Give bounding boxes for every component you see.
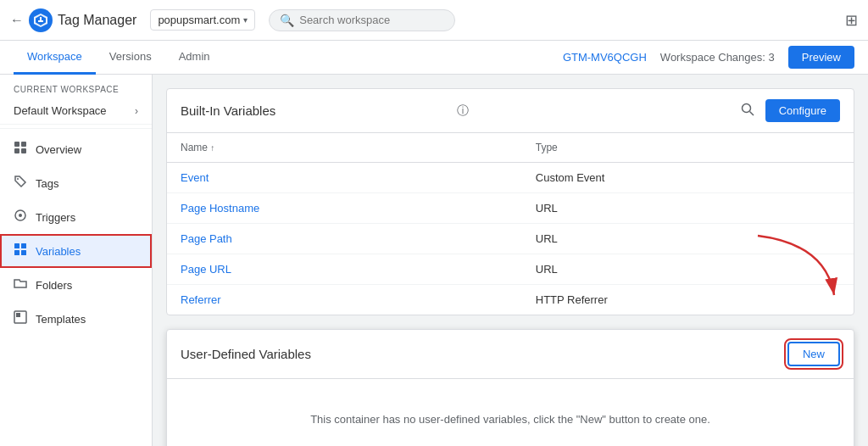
builtin-variables-section: Built-In Variables ⓘ Configure Name	[166, 88, 854, 315]
variable-name-cell: Referrer	[167, 285, 522, 315]
app-name-label: Tag Manager	[58, 13, 136, 28]
tab-admin[interactable]: Admin	[165, 41, 224, 75]
workspace-changes-label: Workspace Changes: 3	[660, 51, 775, 64]
svg-rect-1	[38, 20, 43, 22]
table-row: Event Custom Event	[167, 163, 854, 193]
search-bar[interactable]: 🔍	[269, 9, 455, 31]
gtm-logo-icon	[29, 8, 53, 32]
domain-selector[interactable]: popupsmart.com ▾	[150, 9, 255, 31]
sidebar-item-overview-label: Overview	[36, 143, 81, 156]
variable-name-cell: Event	[167, 163, 522, 193]
sidebar-item-folders-label: Folders	[36, 279, 72, 292]
templates-icon	[14, 310, 27, 327]
sidebar-item-triggers[interactable]: Triggers	[0, 200, 152, 234]
grid-icon[interactable]: ⊞	[845, 11, 858, 30]
variable-type-cell: URL	[522, 193, 854, 224]
builtin-variables-title: Built-In Variables	[181, 103, 452, 118]
udf-header: User-Defined Variables New	[167, 330, 854, 379]
new-variable-button[interactable]: New	[787, 342, 840, 366]
variable-name-link[interactable]: Referrer	[181, 293, 221, 306]
svg-point-15	[742, 103, 750, 112]
variable-type-cell: URL	[522, 224, 854, 254]
tab-workspace[interactable]: Workspace	[14, 41, 96, 75]
table-row: Page Path URL	[167, 224, 854, 254]
svg-rect-3	[21, 142, 26, 147]
main-layout: CURRENT WORKSPACE Default Workspace › Ov…	[0, 75, 868, 446]
type-column-header: Type	[522, 133, 854, 163]
tab-versions[interactable]: Versions	[96, 41, 165, 75]
search-icon: 🔍	[280, 14, 294, 27]
preview-button[interactable]: Preview	[788, 46, 854, 69]
variable-type-cell: Custom Event	[522, 163, 854, 193]
gtm-id-label: GTM-MV6QCGH	[563, 51, 647, 64]
triggers-icon	[14, 209, 27, 226]
variable-name-cell: Page Path	[167, 224, 522, 254]
workspace-selector[interactable]: Default Workspace ›	[0, 98, 152, 125]
user-defined-variables-section: User-Defined Variables New This containe…	[166, 329, 854, 446]
folders-icon	[14, 276, 27, 293]
variable-name-link[interactable]: Event	[181, 171, 209, 184]
udf-empty-message: This container has no user-defined varia…	[167, 379, 854, 446]
svg-rect-14	[16, 313, 20, 317]
svg-rect-10	[21, 243, 26, 248]
svg-point-8	[19, 214, 22, 217]
svg-rect-11	[14, 250, 19, 255]
content-wrapper: Built-In Variables ⓘ Configure Name	[153, 75, 868, 446]
svg-rect-12	[21, 250, 26, 255]
workspace-label: CURRENT WORKSPACE	[0, 75, 152, 98]
table-row: Referrer HTTP Referrer	[167, 285, 854, 315]
workspace-chevron-icon: ›	[135, 105, 138, 117]
svg-rect-4	[14, 148, 19, 153]
variable-name-link[interactable]: Page URL	[181, 263, 231, 276]
builtin-variables-table: Name ↑ Type Event Custom Event Page Host…	[167, 133, 854, 315]
sidebar-item-overview[interactable]: Overview	[0, 132, 152, 166]
domain-chevron-icon: ▾	[243, 15, 248, 25]
svg-rect-5	[21, 148, 26, 153]
variable-name-cell: Page Hostname	[167, 193, 522, 224]
table-row: Page Hostname URL	[167, 193, 854, 224]
domain-label: popupsmart.com	[158, 14, 240, 26]
sidebar-item-tags[interactable]: Tags	[0, 166, 152, 200]
udf-title: User-Defined Variables	[181, 347, 787, 361]
top-bar: ← Tag Manager popupsmart.com ▾ 🔍 ⊞	[0, 0, 868, 41]
table-row: Page URL URL	[167, 254, 854, 285]
tags-icon	[14, 175, 27, 192]
variable-type-cell: URL	[522, 254, 854, 285]
workspace-name-label: Default Workspace	[14, 104, 107, 117]
sidebar-item-tags-label: Tags	[36, 177, 58, 190]
name-column-header: Name ↑	[167, 133, 522, 163]
builtin-variables-header: Built-In Variables ⓘ Configure	[167, 89, 854, 133]
app-logo: ← Tag Manager	[10, 8, 136, 32]
sidebar-item-folders[interactable]: Folders	[0, 268, 152, 302]
sidebar: CURRENT WORKSPACE Default Workspace › Ov…	[0, 75, 153, 446]
sidebar-item-variables[interactable]: Variables	[0, 234, 152, 268]
variable-name-cell: Page URL	[167, 254, 522, 285]
search-input[interactable]	[299, 14, 418, 26]
builtin-search-icon[interactable]	[740, 102, 755, 120]
sidebar-item-triggers-label: Triggers	[36, 211, 75, 224]
overview-icon	[14, 141, 27, 158]
sub-nav: Workspace Versions Admin GTM-MV6QCGH Wor…	[0, 41, 868, 75]
svg-rect-2	[14, 142, 19, 147]
variable-type-cell: HTTP Referrer	[522, 285, 854, 315]
svg-rect-9	[14, 243, 19, 248]
sort-icon: ↑	[210, 143, 214, 153]
sidebar-item-templates[interactable]: Templates	[0, 302, 152, 336]
back-button[interactable]: ←	[10, 13, 24, 28]
sidebar-item-templates-label: Templates	[36, 313, 86, 326]
variables-icon	[14, 243, 27, 259]
configure-button[interactable]: Configure	[765, 99, 840, 122]
sidebar-item-variables-label: Variables	[36, 245, 81, 258]
help-icon[interactable]: ⓘ	[457, 103, 469, 119]
variable-name-link[interactable]: Page Hostname	[181, 202, 259, 215]
variable-name-link[interactable]: Page Path	[181, 232, 232, 245]
svg-line-16	[749, 111, 754, 115]
svg-point-6	[17, 178, 19, 180]
